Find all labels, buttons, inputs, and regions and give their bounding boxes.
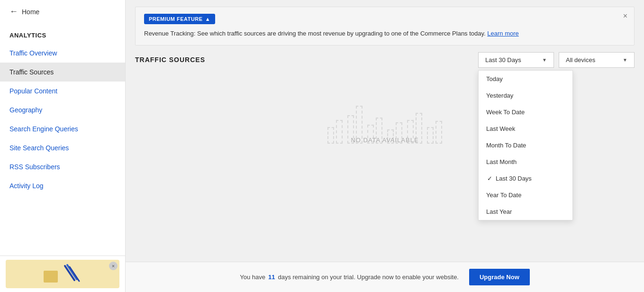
trial-days: 11 <box>268 274 275 281</box>
back-button[interactable]: ← Home <box>0 0 125 23</box>
premium-banner: PREMIUM FEATURE ▲ Revenue Tracking: See … <box>135 7 635 46</box>
header-controls: Last 30 Days ▼ TodayYesterdayWeek To Dat… <box>478 52 635 68</box>
svg-rect-1 <box>44 271 58 283</box>
traffic-sources-section: TRAFFIC SOURCES Last 30 Days ▼ TodayYest… <box>126 52 644 262</box>
upgrade-now-button[interactable]: Upgrade Now <box>469 269 530 285</box>
back-arrow-icon: ← <box>9 7 18 17</box>
thumbnail-image <box>6 260 119 288</box>
time-option-last-30-days[interactable]: Last 30 Days <box>479 170 572 187</box>
sidebar-item-rss-subscribers[interactable]: RSS Subscribers <box>0 157 125 176</box>
premium-badge-label: PREMIUM FEATURE <box>149 16 203 22</box>
sidebar-item-traffic-overview[interactable]: Traffic Overview <box>0 44 125 63</box>
back-label: Home <box>22 8 39 16</box>
device-dropdown-arrow-icon: ▼ <box>623 57 627 63</box>
trial-text-prefix: You have <box>240 274 265 281</box>
thumbnail-area: × <box>0 256 125 292</box>
analytics-section-title: ANALYTICS <box>0 23 125 44</box>
bottom-bar: You have 11 days remaining on your trial… <box>126 262 644 292</box>
premium-badge[interactable]: PREMIUM FEATURE ▲ <box>144 14 215 24</box>
sidebar: ← Home ANALYTICS Traffic OverviewTraffic… <box>0 0 126 292</box>
time-option-month-to-date[interactable]: Month To Date <box>479 137 572 154</box>
sidebar-item-site-search-queries[interactable]: Site Search Queries <box>0 138 125 157</box>
device-dropdown-button[interactable]: All devices ▼ <box>559 52 635 68</box>
traffic-header: TRAFFIC SOURCES Last 30 Days ▼ TodayYest… <box>135 52 635 68</box>
time-option-last-month[interactable]: Last Month <box>479 154 572 170</box>
time-option-last-year[interactable]: Last Year <box>479 203 572 220</box>
bar <box>427 127 434 144</box>
premium-badge-icon: ▲ <box>205 16 210 22</box>
traffic-title: TRAFFIC SOURCES <box>135 56 205 64</box>
bar <box>327 127 334 144</box>
sidebar-nav: Traffic OverviewTraffic SourcesPopular C… <box>0 44 125 256</box>
main-content: PREMIUM FEATURE ▲ Revenue Tracking: See … <box>126 0 644 292</box>
trial-text-suffix: days remaining on your trial. Upgrade no… <box>278 274 459 281</box>
sidebar-item-traffic-sources[interactable]: Traffic Sources <box>0 63 125 82</box>
premium-text: Revenue Tracking: See which traffic sour… <box>144 29 626 38</box>
device-dropdown-wrapper: All devices ▼ <box>559 52 635 68</box>
time-dropdown-wrapper: Last 30 Days ▼ TodayYesterdayWeek To Dat… <box>478 52 554 68</box>
sidebar-item-activity-log[interactable]: Activity Log <box>0 176 125 195</box>
bar <box>336 120 343 144</box>
device-dropdown-selected: All devices <box>566 56 595 64</box>
sidebar-item-geography[interactable]: Geography <box>0 100 125 119</box>
time-option-year-to-date[interactable]: Year To Date <box>479 187 572 203</box>
time-option-week-to-date[interactable]: Week To Date <box>479 104 572 120</box>
time-dropdown-button[interactable]: Last 30 Days ▼ <box>478 52 554 68</box>
time-dropdown-selected: Last 30 Days <box>485 56 521 64</box>
thumbnail-close-button[interactable]: × <box>109 262 118 270</box>
sidebar-item-popular-content[interactable]: Popular Content <box>0 82 125 100</box>
premium-close-button[interactable]: × <box>623 12 627 20</box>
sidebar-item-search-engine-queries[interactable]: Search Engine Queries <box>0 119 125 138</box>
time-option-today[interactable]: Today <box>479 71 572 87</box>
time-option-yesterday[interactable]: Yesterday <box>479 87 572 104</box>
time-dropdown-menu: TodayYesterdayWeek To DateLast WeekMonth… <box>478 70 573 220</box>
time-dropdown-arrow-icon: ▼ <box>542 57 547 63</box>
learn-more-link[interactable]: Learn more <box>487 30 518 37</box>
bar <box>435 121 442 144</box>
premium-text-content: Revenue Tracking: See which traffic sour… <box>144 30 486 37</box>
time-option-last-week[interactable]: Last Week <box>479 120 572 137</box>
no-data-label: NO DATA AVAILABLE <box>351 137 418 144</box>
